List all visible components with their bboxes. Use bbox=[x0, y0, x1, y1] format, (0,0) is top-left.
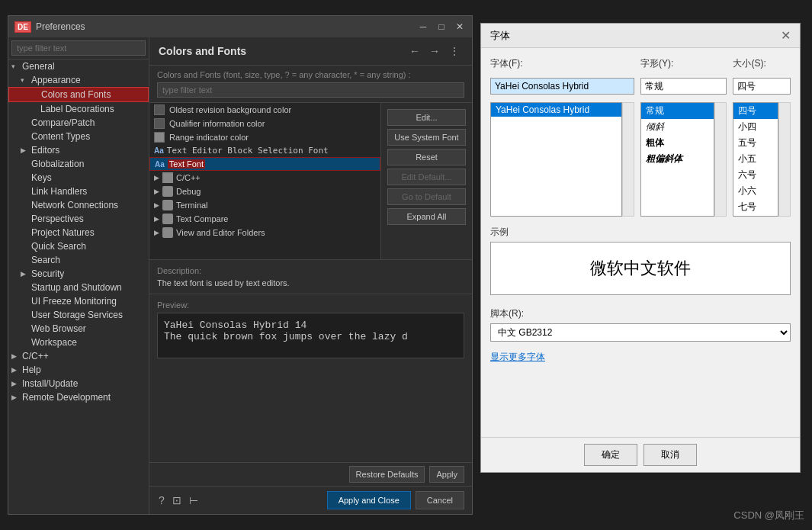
sidebar-item-label: Workspace bbox=[31, 337, 77, 348]
sidebar-item-startup[interactable]: Startup and Shutdown bbox=[8, 281, 149, 294]
arrow-icon: ▶ bbox=[154, 229, 159, 236]
tree-node-cpp[interactable]: ▶ C/C++ bbox=[149, 171, 380, 185]
menu-button[interactable]: ⋮ bbox=[446, 43, 463, 59]
tree-node-text-font[interactable]: Aa Text Font bbox=[149, 157, 380, 171]
sidebar-filter-input[interactable] bbox=[11, 40, 146, 56]
maximize-button[interactable]: □ bbox=[435, 21, 448, 33]
sidebar-item-security[interactable]: ▶ Security bbox=[8, 267, 149, 281]
minimize-button[interactable]: ─ bbox=[417, 21, 429, 33]
font-size-list[interactable]: 四号 小四 五号 小五 六号 小六 七号 bbox=[733, 102, 778, 217]
style-list-item-regular[interactable]: 常规 bbox=[641, 103, 714, 119]
tree-node-qualifier[interactable]: Qualifier information color bbox=[149, 117, 380, 130]
sidebar-item-content-types[interactable]: Content Types bbox=[8, 130, 149, 143]
style-scrollbar[interactable] bbox=[714, 102, 727, 217]
apply-close-button[interactable]: Apply and Close bbox=[327, 491, 411, 509]
tree-node-block-selection-font[interactable]: Aa Text Editor Block Selection Font bbox=[149, 144, 380, 157]
style-list-item-bold-italic[interactable]: 粗偏斜体 bbox=[641, 151, 714, 167]
tree-node-oldest-revision[interactable]: Oldest revision background color bbox=[149, 103, 380, 117]
sidebar-item-quick-search[interactable]: Quick Search bbox=[8, 239, 149, 253]
sidebar-item-keys[interactable]: Keys bbox=[8, 171, 149, 185]
sidebar-item-label: Remote Development bbox=[22, 392, 111, 403]
tree-node-range-indicator[interactable]: Range indicator color bbox=[149, 130, 380, 144]
size-list-col: 四号 小四 五号 小五 六号 小六 七号 bbox=[733, 102, 791, 217]
arrow-icon: ▶ bbox=[154, 174, 159, 181]
size-list-item-5[interactable]: 五号 bbox=[733, 135, 778, 151]
font-name-list[interactable]: YaHei Consolas Hybrid bbox=[490, 102, 622, 217]
sidebar-item-help[interactable]: ▶ Help bbox=[8, 363, 149, 377]
help-button[interactable]: ? bbox=[157, 493, 166, 508]
size-list-item-7[interactable]: 七号 bbox=[733, 199, 778, 215]
size-list-item-x5[interactable]: 小五 bbox=[733, 151, 778, 167]
sidebar-item-user-storage[interactable]: User Storage Services bbox=[8, 308, 149, 322]
import-button[interactable]: ⊢ bbox=[188, 493, 200, 508]
expand-all-button[interactable]: Expand All bbox=[387, 208, 466, 225]
style-list-item-italic[interactable]: 倾斜 bbox=[641, 119, 714, 135]
show-more-link[interactable]: 显示更多字体 bbox=[490, 351, 791, 364]
tree-node-debug[interactable]: ▶ Debug bbox=[149, 185, 380, 198]
header-actions: ← → ⋮ bbox=[406, 43, 463, 59]
tree-node-text-compare[interactable]: ▶ Text Compare bbox=[149, 212, 380, 226]
edit-default-button[interactable]: Edit Default... bbox=[387, 169, 466, 185]
arrow-icon: ▶ bbox=[154, 201, 159, 209]
sidebar-item-label: Security bbox=[31, 268, 64, 279]
cancel-button[interactable]: Cancel bbox=[416, 491, 464, 509]
window-controls: ─ □ ✕ bbox=[417, 21, 466, 33]
size-scrollbar[interactable] bbox=[778, 102, 791, 217]
use-system-font-button[interactable]: Use System Font bbox=[387, 129, 466, 146]
style-list-item-bold[interactable]: 粗体 bbox=[641, 135, 714, 151]
font-dialog-titlebar: 字体 ✕ bbox=[481, 24, 800, 48]
font-style-list[interactable]: 常规 倾斜 粗体 粗偏斜体 bbox=[640, 102, 714, 217]
font-cancel-button[interactable]: 取消 bbox=[644, 444, 697, 466]
sidebar-item-colors-fonts[interactable]: Colors and Fonts bbox=[8, 87, 149, 102]
size-list-item-6[interactable]: 六号 bbox=[733, 167, 778, 183]
font-list-item[interactable]: YaHei Consolas Hybrid bbox=[491, 103, 621, 117]
sidebar-item-link-handlers[interactable]: Link Handlers bbox=[8, 185, 149, 198]
node-label: Terminal bbox=[176, 201, 208, 210]
sidebar-item-search[interactable]: Search bbox=[8, 253, 149, 267]
sidebar-item-project-natures[interactable]: Project Natures bbox=[8, 226, 149, 239]
sidebar-item-perspectives[interactable]: Perspectives bbox=[8, 212, 149, 226]
font-dialog-close-button[interactable]: ✕ bbox=[781, 28, 791, 43]
sidebar-item-compare-patch[interactable]: Compare/Patch bbox=[8, 116, 149, 130]
edit-button[interactable]: Edit... bbox=[387, 109, 466, 126]
sidebar-item-web-browser[interactable]: Web Browser bbox=[8, 322, 149, 336]
font-ok-button[interactable]: 确定 bbox=[584, 444, 637, 466]
sidebar-item-install-update[interactable]: ▶ Install/Update bbox=[8, 377, 149, 390]
size-list-item-x4[interactable]: 小四 bbox=[733, 119, 778, 135]
style-field-label: 字形(Y): bbox=[640, 57, 727, 70]
close-button[interactable]: ✕ bbox=[454, 21, 466, 33]
content-filter-input[interactable] bbox=[157, 82, 464, 98]
sidebar-item-editors[interactable]: ▶ Editors bbox=[8, 143, 149, 157]
sidebar-item-remote-development[interactable]: ▶ Remote Development bbox=[8, 390, 149, 404]
sidebar-item-label: Link Handlers bbox=[31, 186, 87, 197]
size-list-item-x6[interactable]: 小六 bbox=[733, 183, 778, 199]
tree-node-view-editor-folders[interactable]: ▶ View and Editor Folders bbox=[149, 226, 380, 239]
reset-button[interactable]: Reset bbox=[387, 149, 466, 165]
font-size-input[interactable] bbox=[733, 78, 791, 95]
size-list-item-4[interactable]: 四号 bbox=[733, 103, 778, 119]
show-more-text[interactable]: 显示更多字体 bbox=[490, 352, 545, 362]
nav-forward-button[interactable]: → bbox=[426, 43, 443, 59]
script-select[interactable]: 中文 GB2312 bbox=[490, 323, 791, 342]
sidebar-item-label: Keys bbox=[31, 172, 52, 183]
font-scrollbar[interactable] bbox=[622, 102, 634, 217]
nav-back-button[interactable]: ← bbox=[406, 43, 423, 59]
tree-node-terminal[interactable]: ▶ Terminal bbox=[149, 198, 380, 212]
sidebar-item-ui-freeze[interactable]: UI Freeze Monitoring bbox=[8, 294, 149, 308]
sidebar-item-globalization[interactable]: Globalization bbox=[8, 157, 149, 171]
preferences-body: ▾ General ▾ Appearance Colors and Fonts … bbox=[8, 37, 472, 514]
sidebar-item-appearance[interactable]: ▾ Appearance bbox=[8, 73, 149, 87]
sidebar-item-workspace[interactable]: Workspace bbox=[8, 336, 149, 349]
apply-button[interactable]: Apply bbox=[429, 466, 464, 483]
sidebar-item-label: Appearance bbox=[31, 75, 81, 85]
sidebar-item-network[interactable]: Network Connections bbox=[8, 198, 149, 212]
font-name-input[interactable] bbox=[490, 78, 634, 95]
restore-defaults-button[interactable]: Restore Defaults bbox=[349, 466, 425, 483]
sidebar-item-general[interactable]: ▾ General bbox=[8, 59, 149, 73]
sidebar-item-label-decorations[interactable]: Label Decorations bbox=[8, 102, 149, 116]
sidebar-item-label: Content Types bbox=[31, 131, 90, 142]
sidebar-item-cpp[interactable]: ▶ C/C++ bbox=[8, 349, 149, 363]
font-style-input[interactable] bbox=[640, 78, 727, 95]
go-to-default-button[interactable]: Go to Default bbox=[387, 188, 466, 205]
export-button[interactable]: ⊡ bbox=[171, 493, 183, 508]
